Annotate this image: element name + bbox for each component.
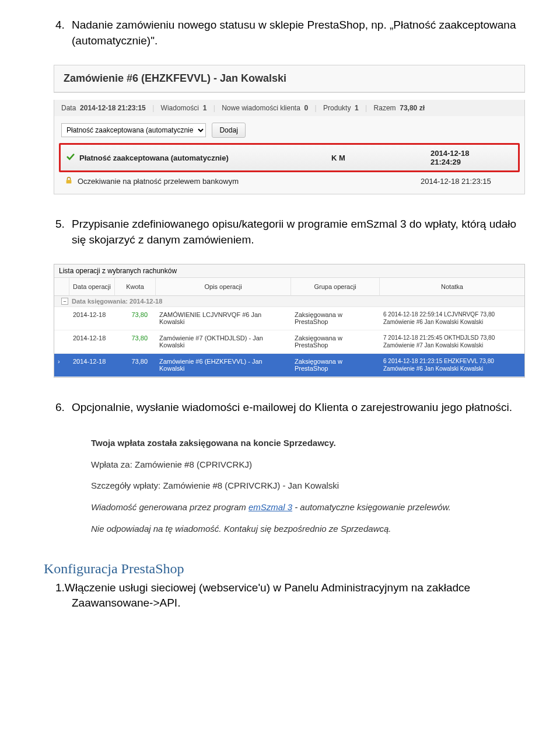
figure-email: Twoja wpłata została zaksięgowana na kon… — [54, 432, 525, 535]
status-row-pending: Oczekiwanie na płatność przelewem bankow… — [59, 172, 520, 190]
grid-header-expand — [54, 278, 69, 296]
order-meta-bar: Data 2014-12-18 21:23:15 | Wiadomości 1 … — [54, 100, 524, 116]
grid-header-amount[interactable]: Kwota — [115, 278, 156, 296]
meta-sep: | — [365, 104, 367, 112]
meta-messages: 1 — [203, 104, 207, 112]
step-4: 4.Nadanie zamówieniu nowego statusu w sk… — [55, 18, 525, 48]
meta-products: 1 — [355, 104, 359, 112]
cell-date: 2014-12-18 — [69, 307, 115, 330]
meta-label-date: Data — [61, 104, 76, 112]
figure-operations-grid: Lista operacji z wybranych rachunków Dat… — [54, 264, 525, 378]
step-5: 5.Przypisanie zdefiniowanego opisu/kateg… — [55, 217, 525, 248]
email-gen-prefix: Wiadomość generowana przez program — [91, 502, 249, 512]
meta-total: 73,80 zł — [400, 104, 425, 112]
cell-date: 2014-12-18 — [69, 330, 115, 353]
status-label: Płatność zaakceptowana (automatycznie) — [79, 154, 331, 162]
meta-sep: | — [214, 104, 215, 112]
cell-note: 6 2014-12-18 22:59:14 LCJVNRVQF 73,80 Za… — [380, 307, 524, 330]
svg-rect-0 — [66, 180, 72, 183]
status-history: Płatność zaakceptowana (automatycznie) K… — [54, 141, 524, 194]
table-row[interactable]: 2014-12-18 73,80 ZAMÓWIENIE LCJVNRVQF #6… — [54, 307, 524, 330]
email-line-for: Wpłata za: Zamówienie #8 (CPRIVCRKJ) — [91, 458, 517, 471]
cell-desc: ZAMÓWIENIE LCJVNRVQF #6 Jan Kowalski — [156, 307, 291, 330]
cell-group: Zaksięgowana w PrestaShop — [291, 330, 380, 353]
meta-new: 0 — [304, 104, 309, 112]
group-label: Data księgowania: 2014-12-18 — [72, 298, 162, 305]
cell-desc: Zamówienie #6 (EHZKFEVVL) - Jan Kowalski — [156, 354, 291, 377]
email-line-noreply: Nie odpowiadaj na tę wiadomość. Kontakuj… — [91, 522, 517, 535]
step-6-number: 6. — [55, 400, 72, 416]
status-label: Oczekiwanie na płatność przelewem bankow… — [78, 177, 321, 186]
cell-group: Zaksięgowana w PrestaShop — [291, 307, 380, 330]
grid-header-date[interactable]: Data operacji — [69, 278, 115, 296]
meta-label-products: Produkty — [323, 104, 351, 112]
row-indicator — [54, 307, 69, 330]
order-controls: Płatność zaakceptowana (automatycznie) D… — [54, 116, 524, 141]
row-indicator-arrow-icon: › — [54, 354, 69, 377]
cell-date: 2014-12-18 — [69, 354, 115, 377]
cell-amount: 73,80 — [115, 307, 156, 330]
grid-title: Lista operacji z wybranych rachunków — [54, 264, 524, 278]
email-line-subject: Twoja wpłata została zaksięgowana na kon… — [91, 437, 517, 450]
email-line-details: Szczegóły wpłaty: Zamówienie #8 (CPRIVCR… — [91, 479, 517, 492]
cell-amount: 73,80 — [115, 330, 156, 353]
meta-label-messages: Wiadomości — [161, 104, 199, 112]
group-toggle-icon[interactable]: – — [61, 298, 68, 305]
step-6: 6.Opcjonalnie, wysłanie wiadomości e-mai… — [55, 400, 525, 416]
status-row-accepted: Płatność zaakceptowana (automatycznie) K… — [59, 143, 520, 172]
section-heading: Konfiguracja PrestaShop — [44, 561, 525, 577]
step-6-text: Opcjonalnie, wysłanie wiadomości e-mailo… — [72, 401, 512, 413]
grid-header-group[interactable]: Grupa operacji — [291, 278, 380, 296]
cell-note: 7 2014-12-18 21:25:45 OKTHDJLSD 73,80 Za… — [380, 330, 524, 353]
status-who: K M — [331, 154, 430, 162]
step-5-number: 5. — [55, 217, 72, 232]
grid-group-row[interactable]: – Data księgowania: 2014-12-18 — [54, 296, 524, 307]
grid-header-note[interactable]: Notatka — [380, 278, 524, 296]
status-when: 2014-12-1821:24:29 — [430, 149, 512, 166]
config-step-1-number: 1. — [55, 581, 65, 594]
meta-sep: | — [315, 104, 317, 112]
meta-sep: | — [152, 104, 154, 112]
table-row-selected[interactable]: › 2014-12-18 73,80 Zamówienie #6 (EHZKFE… — [54, 354, 524, 377]
cell-amount: 73,80 — [115, 354, 156, 377]
email-line-generated: Wiadomość generowana przez program emSzm… — [91, 501, 517, 514]
status-select[interactable]: Płatność zaakceptowana (automatycznie) — [61, 123, 206, 137]
email-body: Twoja wpłata została zaksięgowana na kon… — [83, 432, 525, 535]
config-step-1: 1.Włączenie usługi sieciowej (webservice… — [55, 580, 525, 611]
row-indicator — [54, 330, 69, 353]
step-4-number: 4. — [55, 18, 72, 33]
cell-note: 6 2014-12-18 21:23:15 EHZKFEVVL 73,80 Za… — [380, 354, 524, 377]
operations-grid: Lista operacji z wybranych rachunków Dat… — [54, 264, 525, 378]
check-icon — [66, 153, 79, 163]
table-row[interactable]: 2014-12-18 73,80 Zamówienie #7 (OKTHDJLS… — [54, 330, 524, 354]
cell-group: Zaksięgowana w PrestaShop — [291, 354, 380, 377]
grid-header-desc[interactable]: Opis operacji — [156, 278, 291, 296]
step-4-text: Nadanie zamówieniu nowego statusu w skle… — [72, 19, 516, 47]
cell-desc: Zamówienie #7 (OKTHDJLSD) - Jan Kowalski — [156, 330, 291, 353]
order-meta-block: Data 2014-12-18 21:23:15 | Wiadomości 1 … — [54, 100, 525, 194]
grid-header-row: Data operacji Kwota Opis operacji Grupa … — [54, 278, 524, 296]
meta-date: 2014-12-18 21:23:15 — [80, 104, 146, 112]
meta-label-total: Razem — [374, 104, 396, 112]
lock-icon — [65, 176, 78, 186]
meta-label-new: Nowe wiadomości klienta — [222, 104, 300, 112]
email-gen-suffix: - automatyczne księgowanie przelewów. — [292, 502, 451, 512]
step-5-text: Przypisanie zdefiniowanego opisu/kategor… — [72, 218, 516, 246]
add-status-button[interactable]: Dodaj — [212, 123, 245, 138]
config-step-1-text: Włączenie usługi sieciowej (webservice'u… — [65, 581, 470, 609]
order-title: Zamówienie #6 (EHZKFEVVL) - Jan Kowalski — [54, 65, 524, 92]
figure-order-panel: Zamówienie #6 (EHZKFEVVL) - Jan Kowalski… — [54, 65, 525, 194]
emszmal-link[interactable]: emSzmal 3 — [249, 502, 292, 512]
order-panel: Zamówienie #6 (EHZKFEVVL) - Jan Kowalski — [54, 65, 525, 93]
status-when: 2014-12-18 21:23:15 — [421, 177, 514, 186]
